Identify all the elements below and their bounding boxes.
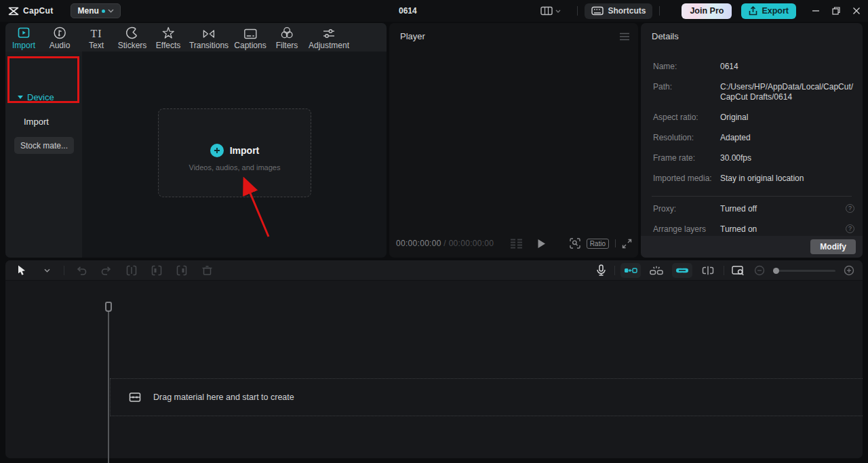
import-tab-icon (17, 26, 31, 39)
tab-text[interactable]: TI Text (89, 26, 104, 50)
export-button[interactable]: Export (741, 3, 796, 19)
keyboard-icon (591, 6, 604, 16)
focus-zoom-icon[interactable] (570, 238, 580, 249)
tab-stickers[interactable]: Stickers (118, 26, 147, 50)
auto-snap-toggle[interactable] (620, 263, 641, 278)
player-menu-icon[interactable] (619, 33, 630, 41)
tab-captions[interactable]: Captions (234, 26, 266, 50)
timeline-toolbar (5, 260, 863, 281)
timeline-panel: Drag material here and start to create (5, 260, 863, 458)
details-footer: Modify (641, 236, 863, 258)
cursor-tool-chevron-icon[interactable] (39, 262, 55, 279)
project-title: 0614 (399, 0, 417, 22)
tab-transitions[interactable]: Transitions (189, 26, 229, 50)
capcut-window: CapCut Menu 0614 (0, 0, 868, 463)
tab-effects[interactable]: Effects (156, 26, 180, 50)
minimize-button[interactable] (806, 0, 826, 22)
chevron-down-icon (555, 9, 561, 13)
plus-icon (210, 144, 224, 157)
text-tab-icon: TI (90, 26, 102, 39)
tab-audio[interactable]: Audio (50, 26, 71, 50)
detail-row-proxy: Proxy: Turned off ? (653, 204, 854, 214)
detail-row-imported-media: Imported media: Stay in original locatio… (653, 174, 854, 184)
tab-adjustment[interactable]: Adjustment (309, 26, 349, 50)
modify-button[interactable]: Modify (810, 239, 856, 254)
detail-row-resolution: Resolution: Adapted (653, 133, 854, 143)
frame-preview-icon[interactable] (510, 239, 524, 249)
import-drop-area[interactable]: Import Videos, audios, and images (158, 108, 311, 197)
audio-tab-icon (53, 26, 66, 39)
record-voiceover-button[interactable] (593, 262, 609, 279)
help-icon[interactable]: ? (846, 224, 854, 233)
divider (577, 6, 578, 16)
detail-row-arrange-layers: Arrange layers Turned on ? (653, 224, 854, 235)
render-preview-button[interactable] (730, 262, 746, 279)
divider (64, 266, 64, 275)
menu-button[interactable]: Menu (71, 3, 120, 18)
timeline-tracks-area[interactable]: Drag material here and start to create (5, 281, 863, 458)
tab-import[interactable]: Import (12, 26, 35, 50)
player-controls: 00:00:00:00 / 00:00:00:00 Ratio (389, 235, 638, 251)
delete-left-button[interactable] (149, 262, 165, 279)
zoom-in-icon[interactable] (841, 262, 857, 279)
player-title: Player (400, 31, 425, 41)
detail-row-path: Path: C:/Users/HP/AppData/Local/CapCut/C… (653, 82, 854, 92)
divider (724, 266, 724, 275)
details-panel: Details Name: 0614 Path: C:/Users/HP/App… (641, 23, 863, 258)
stickers-tab-icon (126, 26, 139, 39)
sidebar-item-device[interactable]: Device (18, 92, 54, 102)
magnetic-timeline-toggle[interactable] (646, 263, 667, 278)
divider (614, 266, 615, 275)
app-name: CapCut (23, 6, 53, 16)
capcut-logo-icon (8, 7, 19, 16)
slider-handle[interactable] (773, 268, 779, 274)
divider (615, 239, 616, 247)
layout-switcher-button[interactable] (540, 6, 561, 16)
media-panel: Import Audio TI Text Stickers (5, 23, 387, 258)
captions-tab-icon (243, 26, 257, 39)
sidebar-item-import[interactable]: Import (24, 117, 49, 127)
caret-down-icon (18, 96, 23, 99)
slider-track[interactable] (773, 270, 835, 272)
delete-right-button[interactable] (174, 262, 190, 279)
close-button[interactable] (846, 0, 867, 22)
capcut-logo: CapCut (8, 6, 53, 16)
detail-row-aspect-ratio: Aspect ratio: Original (653, 113, 854, 123)
export-icon (749, 6, 757, 16)
shortcuts-button[interactable]: Shortcuts (585, 3, 652, 19)
detail-row-name: Name: 0614 (653, 62, 854, 72)
help-icon[interactable]: ? (846, 204, 854, 213)
stock-materials-button[interactable]: Stock mate... (14, 137, 74, 154)
filters-tab-icon (280, 26, 293, 39)
ratio-button[interactable]: Ratio (587, 239, 609, 249)
undo-button[interactable] (73, 262, 90, 279)
import-box-subtitle: Videos, audios, and images (189, 163, 281, 172)
zoom-out-icon[interactable] (751, 262, 768, 279)
split-button[interactable] (123, 262, 140, 279)
detail-row-frame-rate: Frame rate: 30.00fps (653, 153, 854, 163)
join-pro-button[interactable]: Join Pro (682, 3, 732, 19)
timeline-zoom-slider[interactable] (773, 270, 835, 272)
effects-tab-icon (162, 26, 175, 39)
notification-dot (102, 9, 105, 13)
restore-button[interactable] (826, 0, 846, 22)
media-tabbar: Import Audio TI Text Stickers (5, 23, 387, 52)
link-clips-toggle[interactable] (672, 263, 692, 278)
tab-filters[interactable]: Filters (276, 26, 298, 50)
delete-button[interactable] (199, 262, 215, 279)
play-button[interactable] (537, 239, 546, 249)
fullscreen-icon[interactable] (622, 239, 632, 249)
transitions-tab-icon (202, 26, 216, 39)
redo-button[interactable] (98, 262, 115, 279)
divider (652, 196, 852, 197)
timecode: 00:00:00:00 / 00:00:00:00 (396, 239, 494, 248)
empty-track-dropzone[interactable]: Drag material here and start to create (110, 378, 863, 416)
empty-track-hint: Drag material here and start to create (153, 392, 294, 402)
playhead-handle[interactable] (105, 302, 112, 312)
player-panel: Player 00:00:00:00 / 00:00:00:00 Ratio (389, 23, 638, 258)
preview-axis-toggle[interactable] (698, 263, 718, 278)
import-box-title: Import (230, 145, 260, 156)
cursor-tool-button[interactable] (14, 262, 30, 279)
chevron-down-icon (108, 9, 114, 13)
film-strip-icon (129, 392, 141, 403)
